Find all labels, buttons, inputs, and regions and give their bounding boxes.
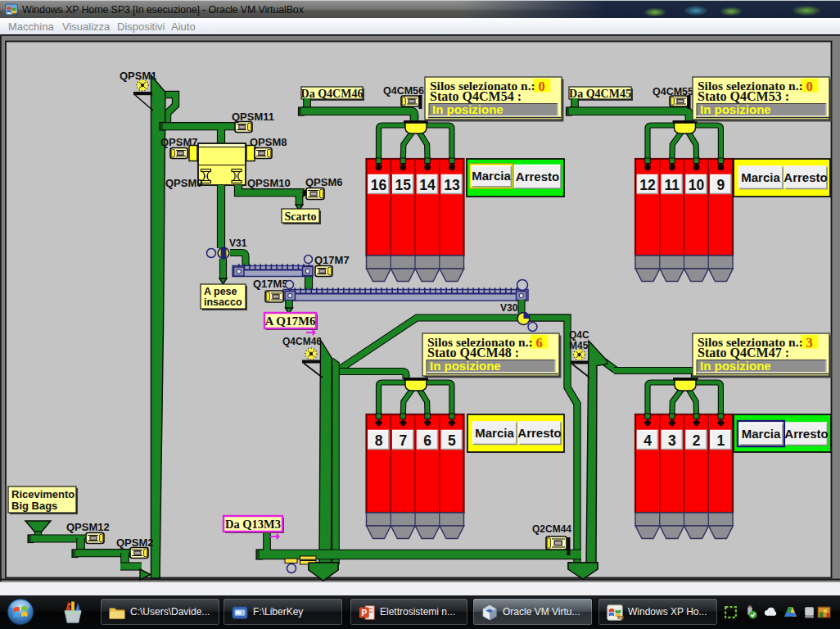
svg-text:QPSM1: QPSM1 xyxy=(120,70,157,82)
svg-text:7: 7 xyxy=(399,432,407,449)
svg-text:12: 12 xyxy=(639,177,656,193)
svg-text:3: 3 xyxy=(668,432,676,449)
svg-text:8: 8 xyxy=(375,432,383,449)
svg-text:0: 0 xyxy=(538,79,544,94)
svg-text:Marcia: Marcia xyxy=(472,169,511,183)
svg-text:11: 11 xyxy=(665,177,680,193)
svg-text:Marcia: Marcia xyxy=(741,170,780,184)
svg-text:Arresto: Arresto xyxy=(784,170,827,184)
svg-text:6: 6 xyxy=(423,432,431,449)
svg-text:Stato Q4CM47 :: Stato Q4CM47 : xyxy=(698,346,789,360)
svg-text:Marcia: Marcia xyxy=(742,427,781,441)
svg-text:2: 2 xyxy=(693,432,701,449)
svg-text:In posizione: In posizione xyxy=(700,102,771,116)
svg-text:Q2CM44: Q2CM44 xyxy=(532,523,571,535)
svg-text:10: 10 xyxy=(689,177,705,193)
svg-text:P: P xyxy=(361,609,367,618)
svg-text:insacco: insacco xyxy=(204,296,242,308)
svg-text:V31: V31 xyxy=(229,238,247,249)
svg-text:Stato Q4CM53 :: Stato Q4CM53 : xyxy=(698,89,789,103)
svg-text:Big Bags: Big Bags xyxy=(11,500,57,512)
svg-text:Stato Q4CM54 :: Stato Q4CM54 : xyxy=(430,89,522,103)
svg-text:xp: xp xyxy=(12,11,18,16)
svg-text:6: 6 xyxy=(535,335,542,351)
svg-text:1: 1 xyxy=(717,432,725,449)
svg-text:Da Q4CM45: Da Q4CM45 xyxy=(569,88,631,100)
svg-text:In posizione: In posizione xyxy=(700,359,771,373)
svg-text:Ricevimento: Ricevimento xyxy=(11,488,75,500)
svg-text:A Q17M6: A Q17M6 xyxy=(264,314,316,328)
svg-text:Stato Q4CM48 :: Stato Q4CM48 : xyxy=(427,346,519,360)
svg-text:16: 16 xyxy=(371,177,387,193)
svg-text:14: 14 xyxy=(419,177,436,193)
svg-text:QPSM8: QPSM8 xyxy=(250,136,287,148)
svg-text:4: 4 xyxy=(644,432,652,449)
svg-text:A pese: A pese xyxy=(204,286,237,297)
svg-text:Scarto: Scarto xyxy=(285,210,317,223)
svg-text:5: 5 xyxy=(448,432,456,449)
svg-text:9: 9 xyxy=(717,177,725,193)
svg-text:Da Q4CM46: Da Q4CM46 xyxy=(301,88,364,100)
svg-text:Marcia: Marcia xyxy=(475,426,514,440)
svg-text:Q17M5: Q17M5 xyxy=(253,278,288,290)
svg-text:Q17M7: Q17M7 xyxy=(314,254,350,266)
svg-text:13: 13 xyxy=(444,177,460,193)
svg-text:Q4CM56: Q4CM56 xyxy=(383,85,424,97)
svg-text:QPSM11: QPSM11 xyxy=(232,111,274,123)
svg-text:xp: xp xyxy=(617,613,624,621)
svg-text:In posizione: In posizione xyxy=(430,359,501,373)
svg-text:0: 0 xyxy=(806,79,812,94)
svg-text:V30: V30 xyxy=(500,302,518,314)
svg-text:15: 15 xyxy=(395,177,412,193)
svg-text:QPSM6: QPSM6 xyxy=(305,176,343,188)
svg-text:Da Q13M3: Da Q13M3 xyxy=(225,518,281,531)
svg-text:Arresto: Arresto xyxy=(784,427,828,441)
svg-text:3: 3 xyxy=(806,335,812,351)
svg-text:In posizione: In posizione xyxy=(432,102,504,116)
svg-text:Arresto: Arresto xyxy=(517,426,561,440)
svg-text:QPSM12: QPSM12 xyxy=(66,521,110,533)
svg-text:Arresto: Arresto xyxy=(516,170,559,183)
svg-text:QPSM10: QPSM10 xyxy=(247,177,291,189)
svg-text:Q4CM46: Q4CM46 xyxy=(282,336,322,347)
svg-text:QPSM9: QPSM9 xyxy=(165,177,203,189)
